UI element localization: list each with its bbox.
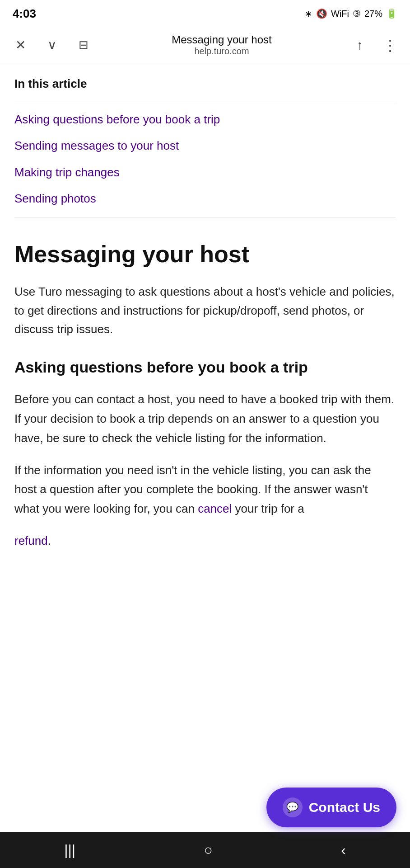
nav-menu-button[interactable]: ||| xyxy=(55,837,84,863)
status-icons: ∗ 🔇 WiFi ③ 27% 🔋 xyxy=(305,8,397,19)
bluetooth-icon: ∗ xyxy=(305,8,312,19)
section-body-asking-1: Before you can contact a host, you need … xyxy=(14,390,396,448)
section-body-asking-refund: refund. xyxy=(14,531,396,551)
wifi-icon: WiFi xyxy=(331,9,349,19)
toc-link-sending-messages[interactable]: Sending messages to your host xyxy=(14,139,179,152)
toc-item-asking[interactable]: Asking questions before you book a trip xyxy=(14,111,396,127)
contact-icon-circle: 💬 xyxy=(283,797,303,817)
contact-us-button[interactable]: 💬 Contact Us xyxy=(266,788,396,827)
filter-button[interactable]: ⊟ xyxy=(72,34,95,57)
in-this-article-heading: In this article xyxy=(14,77,396,91)
toc-divider-top xyxy=(14,102,396,102)
toc-link-sending-photos[interactable]: Sending photos xyxy=(14,192,96,205)
cancel-link[interactable]: cancel xyxy=(198,502,232,515)
status-bar: 4:03 ∗ 🔇 WiFi ③ 27% 🔋 xyxy=(0,0,410,27)
browser-url: help.turo.com xyxy=(194,46,249,57)
url-section: Messaging your host help.turo.com xyxy=(104,33,340,57)
nav-bar: ||| ○ ‹ xyxy=(0,832,410,868)
close-icon xyxy=(15,38,26,52)
close-button[interactable] xyxy=(9,34,32,57)
battery-indicator: 27% xyxy=(364,9,382,19)
section-text-for: your trip for a xyxy=(235,502,304,515)
toc-item-sending-messages[interactable]: Sending messages to your host xyxy=(14,137,396,154)
article-intro: Use Turo messaging to ask questions abou… xyxy=(14,283,396,339)
dropdown-button[interactable] xyxy=(41,34,63,57)
mute-icon: 🔇 xyxy=(316,8,327,19)
toc-item-sending-photos[interactable]: Sending photos xyxy=(14,190,396,207)
chat-icon: 💬 xyxy=(286,802,298,813)
menu-icon: ||| xyxy=(64,842,75,858)
signal-icon: ③ xyxy=(353,8,361,19)
filter-icon: ⊟ xyxy=(79,38,89,52)
chevron-down-icon xyxy=(47,38,57,52)
battery-icon: 🔋 xyxy=(386,8,397,19)
period: . xyxy=(48,534,51,547)
browser-bar: ⊟ Messaging your host help.turo.com ↑ ⋮ xyxy=(0,27,410,63)
refund-link[interactable]: refund xyxy=(14,534,48,547)
article-container: In this article Asking questions before … xyxy=(0,63,410,654)
section-title-asking: Asking questions before you book a trip xyxy=(14,357,396,377)
browser-right-icons: ↑ ⋮ xyxy=(349,34,401,57)
more-button[interactable]: ⋮ xyxy=(378,34,401,57)
toc-link-trip-changes[interactable]: Making trip changes xyxy=(14,165,120,179)
more-icon: ⋮ xyxy=(382,36,397,54)
page-title: Messaging your host xyxy=(172,33,271,46)
contact-us-label: Contact Us xyxy=(309,800,380,815)
toc-divider-bottom xyxy=(14,217,396,217)
toc-item-trip-changes[interactable]: Making trip changes xyxy=(14,164,396,180)
table-of-contents: Asking questions before you book a trip … xyxy=(14,111,396,207)
section-body-asking-2: If the information you need isn't in the… xyxy=(14,461,396,519)
nav-home-button[interactable]: ○ xyxy=(195,837,221,863)
share-button[interactable]: ↑ xyxy=(349,34,371,57)
back-icon: ‹ xyxy=(341,842,346,858)
share-icon: ↑ xyxy=(357,38,363,52)
home-icon: ○ xyxy=(204,842,212,858)
nav-back-button[interactable]: ‹ xyxy=(332,837,355,863)
status-time: 4:03 xyxy=(13,7,36,21)
article-main-title: Messaging your host xyxy=(14,240,396,268)
toc-link-asking[interactable]: Asking questions before you book a trip xyxy=(14,113,220,126)
